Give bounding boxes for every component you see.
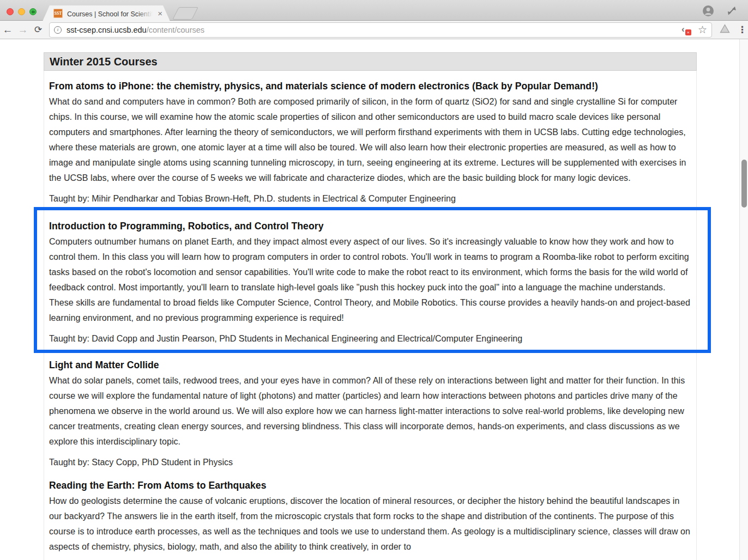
courses-page: Winter 2015 Courses From atoms to iPhone… [44,52,697,560]
drive-extension-icon[interactable] [720,24,730,35]
bookmark-star-icon[interactable]: ☆ [698,25,707,35]
course-description: What do sand and computers have in commo… [49,94,691,186]
url-domain: sst-csep.cnsi.ucsb.edu [67,26,147,34]
course-title: Light and Matter Collide [49,359,691,372]
course-section-robotics-highlighted: Introduction to Programming, Robotics, a… [49,211,691,346]
address-bar[interactable]: i sst-csep.cnsi.ucsb.edu/content/courses… [49,22,712,38]
course-title: Introduction to Programming, Robotics, a… [49,220,691,233]
course-title: Reading the Earth: From Atoms to Earthqu… [49,479,691,492]
sst-favicon-icon: SST [53,9,63,18]
course-description: What do solar panels, comet tails, redwo… [49,373,691,449]
course-description: Computers outnumber humans on planet Ear… [49,234,691,326]
tab-title-fade [137,9,155,19]
url-path: /content/courses [147,26,204,34]
course-taught-by: Taught by: Stacy Copp, PhD Student in Ph… [49,455,691,470]
course-taught-by: Taught by: Mihir Pendharkar and Tobias B… [49,191,691,206]
profile-avatar-icon[interactable] [702,5,714,17]
minimize-window-button[interactable] [18,8,25,15]
tab-title-wrap: Courses | School for Scientific [67,9,155,19]
close-window-button[interactable] [7,8,14,15]
course-list: From atoms to iPhone: the chemistry, phy… [44,71,697,560]
new-tab-button[interactable] [172,7,198,20]
reload-button[interactable]: ⟳ [31,24,46,35]
tab-courses[interactable]: SST Courses | School for Scientific × [43,5,170,21]
course-description: How do geologists determine the cause of… [49,494,691,555]
page-title: Winter 2015 Courses [44,52,697,71]
content-blocked-angle: ‹ [681,24,685,35]
scrollbar-thumb[interactable] [741,160,747,208]
course-section-atoms-to-iphone: From atoms to iPhone: the chemistry, phy… [49,71,691,206]
browser-window: SST Courses | School for Scientific × [0,0,748,560]
browser-toolbar: ← → ⟳ i sst-csep.cnsi.ucsb.edu/content/c… [0,21,748,39]
browser-menu-icon[interactable]: ⋮ [738,24,747,35]
back-button[interactable]: ← [0,24,15,36]
course-title: From atoms to iPhone: the chemistry, phy… [49,80,691,93]
window-controls [7,8,37,15]
course-section-reading-the-earth: Reading the Earth: From Atoms to Earthqu… [49,470,691,555]
forward-button[interactable]: → [15,24,31,36]
course-section-light-and-matter: Light and Matter Collide What do solar p… [49,350,691,470]
scrollbar[interactable] [739,39,748,560]
fullscreen-expand-icon[interactable] [726,5,737,16]
zoom-window-button[interactable] [29,8,37,15]
course-taught-by: Taught by: David Copp and Justin Pearson… [49,331,691,346]
url-text[interactable]: sst-csep.cnsi.ucsb.edu/content/courses [67,26,680,34]
content-blocked-icon[interactable]: ‹ × [680,25,691,35]
page-info-icon[interactable]: i [54,26,62,34]
tab-strip: SST Courses | School for Scientific × [0,0,748,21]
close-tab-icon[interactable]: × [158,10,162,17]
page-viewport: Winter 2015 Courses From atoms to iPhone… [0,39,748,560]
content-blocked-badge: × [685,29,691,35]
